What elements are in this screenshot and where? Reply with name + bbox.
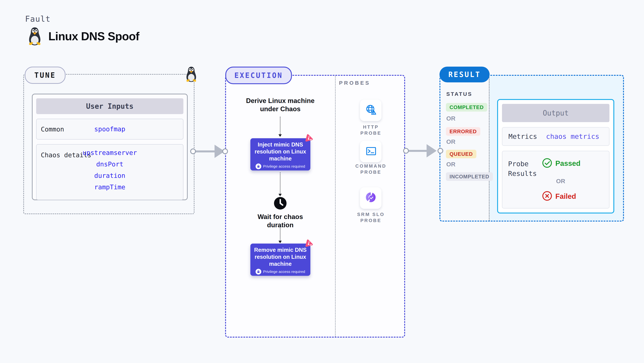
status-badge-queued: QUEUED: [446, 150, 476, 158]
connector-dot: [190, 148, 196, 154]
remove-privilege-note: Privilege access required: [263, 270, 305, 274]
ramptime-link[interactable]: rampTime: [36, 182, 183, 193]
flow-connector: [280, 224, 280, 240]
check-circle-icon: [542, 158, 552, 169]
flow-arrowhead-icon: [278, 194, 282, 196]
chaos-details-links: upstreamserver dnsPort duration rampTime: [36, 147, 183, 193]
metrics-row: Metrics chaos metrics: [502, 127, 610, 146]
terminal-icon: [364, 145, 377, 158]
inject-privilege-note: Privilege access required: [263, 164, 305, 168]
inject-step-card[interactable]: Inject mimic DNS resolution on Linux mac…: [250, 138, 310, 170]
chaos-details-row: Chaos details upstreamserver dnsPort dur…: [36, 144, 184, 200]
output-card: Output Metrics chaos metrics Probe Resul…: [497, 99, 614, 214]
page-title-row: Linux DNS Spoof: [26, 27, 139, 46]
x-circle-icon: [542, 191, 552, 202]
status-badge-completed: COMPLETED: [446, 103, 487, 112]
failed-label: Failed: [555, 192, 576, 200]
duration-link[interactable]: duration: [36, 170, 183, 182]
status-badge-incompleted: INCOMPLETED: [446, 172, 493, 181]
srm-slo-probe-card[interactable]: [360, 187, 382, 209]
status-or: OR: [446, 161, 456, 168]
fault-eyebrow: Fault: [25, 14, 50, 24]
inject-step-title: Inject mimic DNS resolution on Linux mac…: [251, 141, 310, 162]
probe-results-row: Probe Results Passed OR Failed: [502, 151, 610, 208]
srm-slo-probe-label: SRM SLO PROBE: [352, 211, 390, 224]
clock-icon: [274, 197, 286, 210]
http-probe-label: HTTP PROBE: [352, 124, 390, 136]
chaos-litmus-icon: [304, 134, 314, 143]
page-title: Linux DNS Spoof: [48, 30, 139, 43]
result-badge: RESULT: [440, 66, 490, 82]
execution-probes-divider: [335, 76, 336, 337]
probe-results-label: Probe Results: [508, 159, 540, 178]
user-inputs-title: User Inputs: [36, 98, 184, 114]
command-probe-label: COMMAND PROBE: [352, 163, 390, 175]
lock-icon: [256, 269, 261, 274]
http-probe-card[interactable]: [360, 100, 382, 121]
tux-penguin-icon: [184, 66, 198, 82]
status-badge-errored: ERRORED: [446, 127, 480, 136]
tune-badge: TUNE: [25, 66, 66, 84]
globe-alert-icon: [364, 103, 378, 118]
metrics-label: Metrics: [508, 132, 537, 140]
probes-title: PROBES: [339, 80, 370, 86]
flow-connector: [280, 117, 280, 134]
arrowhead-icon: [426, 144, 436, 158]
passed-label: Passed: [555, 160, 580, 168]
arrow-tune-execution: [195, 150, 215, 152]
command-probe-card[interactable]: [360, 141, 382, 162]
derive-step-label: Derive Linux machine under Chaos: [243, 97, 318, 113]
spoofmap-link[interactable]: spoofmap: [36, 124, 183, 135]
connector-dot: [222, 148, 228, 154]
chaos-metrics-link[interactable]: chaos metrics: [546, 132, 599, 140]
passed-result: Passed: [542, 158, 580, 169]
failed-result: Failed: [542, 191, 576, 202]
chaos-litmus-icon: [304, 239, 314, 248]
status-or: OR: [446, 138, 456, 145]
remove-step-card[interactable]: Remove mimic DNS resolution on Linux mac…: [250, 244, 310, 276]
upstreamserver-link[interactable]: upstreamserver: [36, 147, 183, 158]
remove-step-title: Remove mimic DNS resolution on Linux mac…: [251, 246, 310, 267]
lock-icon: [256, 164, 261, 169]
slo-donut-check-icon: [364, 191, 377, 205]
arrow-execution-result: [408, 150, 427, 152]
status-output-divider: [489, 76, 490, 221]
flow-arrowhead-icon: [278, 241, 282, 243]
dnsport-link[interactable]: dnsPort: [36, 158, 183, 170]
status-or: OR: [446, 115, 456, 122]
output-title: Output: [502, 104, 610, 122]
flow-arrowhead-icon: [278, 134, 282, 137]
tux-penguin-icon: [26, 27, 43, 46]
user-inputs-card: User Inputs Common spoofmap Chaos detail…: [32, 94, 188, 200]
connector-dot: [438, 148, 443, 154]
probe-result-or: OR: [556, 178, 565, 185]
connector-dot: [403, 148, 409, 154]
common-links: spoofmap: [36, 124, 183, 135]
execution-badge: EXECUTION: [225, 66, 292, 84]
status-title: STATUS: [446, 91, 472, 97]
flow-connector: [280, 172, 280, 194]
common-row: Common spoofmap: [36, 119, 184, 140]
